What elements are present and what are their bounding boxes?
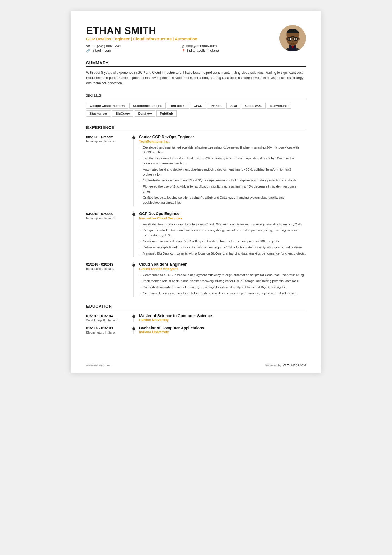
linkedin-value: linkedin.com — [92, 49, 111, 53]
exp-role: Senior GCP DevOps Engineer — [139, 135, 306, 139]
skill-tag: CI/CD — [190, 103, 206, 109]
resume-page: ETHAN SMITH GCP DevOps Engineer | Cloud … — [71, 11, 321, 373]
skill-tag: Python — [207, 103, 225, 109]
exp-left: 03/2018 - 07/2020 Indianapolis, Indiana — [86, 211, 133, 257]
phone-icon: ☎ — [86, 44, 90, 48]
bullet-item: Supported cross-departmental teams by pr… — [139, 285, 306, 290]
experience-item: 08/2020 - Present Indianapolis, Indiana … — [86, 135, 306, 206]
exp-date: 08/2020 - Present — [86, 135, 133, 139]
candidate-name: ETHAN SMITH — [86, 25, 271, 37]
edu-date: 01/2008 - 01/2011 — [86, 326, 133, 330]
exp-right: Senior GCP DevOps Engineer TechSolutions… — [133, 135, 306, 206]
location-contact: 📍 Indianapolis, Indiana — [182, 49, 271, 53]
footer-powered-by: Powered by Enhancv — [265, 363, 306, 367]
exp-left: 08/2020 - Present Indianapolis, Indiana — [86, 135, 133, 206]
summary-title: SUMMARY — [86, 60, 306, 67]
exp-date: 01/2015 - 02/2018 — [86, 263, 133, 267]
edu-left: 01/2012 - 01/2014 West Lafayette, Indian… — [86, 314, 133, 322]
exp-location: Indianapolis, Indiana — [86, 216, 133, 220]
edu-degree: Bachelor of Computer Applications — [139, 326, 306, 330]
email-icon: @ — [182, 44, 185, 48]
svg-point-16 — [289, 38, 290, 40]
bullet-item: Crafted bespoke logging solutions using … — [139, 195, 306, 205]
skill-tag: Networking — [267, 103, 291, 109]
skill-tag: Google Cloud Platform — [86, 103, 128, 109]
skill-tag: Terraform — [167, 103, 189, 109]
edu-right: Bachelor of Computer Applications Indian… — [133, 326, 306, 334]
experience-section: EXPERIENCE 08/2020 - Present Indianapoli… — [86, 125, 306, 297]
enhancv-logo: Enhancv — [283, 363, 306, 367]
phone-contact: ☎ +1-(234)-555-1234 — [86, 44, 176, 48]
summary-section: SUMMARY With over 8 years of experience … — [86, 60, 306, 86]
bullet-item: Configured firewall rules and VPC settin… — [139, 239, 306, 244]
edu-location: West Lafayette, Indiana — [86, 319, 133, 322]
phone-value: +1-(234)-555-1234 — [92, 44, 121, 48]
education-item: 01/2012 - 01/2014 West Lafayette, Indian… — [86, 314, 306, 322]
exp-company: TechSolutions Inc. — [139, 140, 306, 144]
location-icon: 📍 — [182, 49, 185, 53]
exp-location: Indianapolis, Indiana — [86, 267, 133, 270]
skills-section: SKILLS Google Cloud PlatformKubernetes E… — [86, 93, 306, 118]
exp-left: 01/2015 - 02/2018 Indianapolis, Indiana — [86, 262, 133, 297]
skill-tag: Pub/Sub — [156, 110, 177, 117]
svg-rect-7 — [287, 33, 299, 36]
experience-item: 01/2015 - 02/2018 Indianapolis, Indiana … — [86, 262, 306, 297]
skill-tag: BigQuery — [112, 110, 134, 117]
location-value: Indianapolis, Indiana — [187, 49, 219, 53]
footer-website: www.enhancv.com — [86, 364, 111, 367]
svg-point-19 — [292, 41, 294, 42]
enhancv-brand: Enhancv — [291, 363, 306, 367]
education-item: 01/2008 - 01/2011 Bloomington, Indiana B… — [86, 326, 306, 334]
avatar — [279, 25, 306, 51]
skills-title: SKILLS — [86, 93, 306, 99]
contact-grid: ☎ +1-(234)-555-1234 @ help@enhancv.com 🔗… — [86, 44, 271, 53]
exp-right: Cloud Solutions Engineer CloudFrontier A… — [133, 262, 306, 297]
skills-row: Google Cloud PlatformKubernetes EngineTe… — [86, 103, 306, 118]
exp-role: GCP DevOps Engineer — [139, 211, 306, 216]
skill-tag: Kubernetes Engine — [129, 103, 166, 109]
bullet-item: Designed cost-effective cloud solutions … — [139, 228, 306, 238]
email-value: help@enhancv.com — [186, 44, 217, 48]
skill-tag: Dataflow — [135, 110, 155, 117]
edu-degree: Master of Science in Computer Science — [139, 314, 306, 318]
bullet-item: Developed and maintained scalable infras… — [139, 145, 306, 155]
linkedin-icon: 🔗 — [86, 49, 90, 53]
education-title: EDUCATION — [86, 304, 306, 310]
email-contact: @ help@enhancv.com — [182, 44, 271, 48]
bullet-item: Delivered multiple Proof of Concept solu… — [139, 245, 306, 250]
bullet-item: Orchestrated multi-environment Cloud SQL… — [139, 178, 306, 183]
bullet-item: Customized monitoring dashboards for rea… — [139, 291, 306, 296]
exp-location: Indianapolis, Indiana — [86, 140, 133, 143]
edu-right: Master of Science in Computer Science Pu… — [133, 314, 306, 322]
header-section: ETHAN SMITH GCP DevOps Engineer | Cloud … — [86, 25, 306, 53]
exp-bullets: Developed and maintained scalable infras… — [139, 145, 306, 205]
experience-item: 03/2018 - 07/2020 Indianapolis, Indiana … — [86, 211, 306, 257]
exp-company: CloudFrontier Analytics — [139, 267, 306, 271]
experience-title: EXPERIENCE — [86, 125, 306, 131]
bullet-item: Contributed to a 25% increase in deploym… — [139, 273, 306, 278]
candidate-title: GCP DevOps Engineer | Cloud Infrastructu… — [86, 37, 271, 41]
edu-date: 01/2012 - 01/2014 — [86, 314, 133, 318]
edu-school: Purdue University — [139, 318, 306, 322]
skill-tag: Stackdriver — [86, 110, 111, 117]
summary-text: With over 8 years of experience in GCP a… — [86, 70, 306, 86]
linkedin-contact: 🔗 linkedin.com — [86, 49, 176, 53]
exp-role: Cloud Solutions Engineer — [139, 262, 306, 267]
svg-point-18 — [295, 38, 296, 40]
exp-company: Innovative Cloud Services — [139, 216, 306, 220]
exp-bullets: Facilitated team collaboration by integr… — [139, 222, 306, 256]
edu-left: 01/2008 - 01/2011 Bloomington, Indiana — [86, 326, 133, 334]
bullet-item: Led the migration of critical applicatio… — [139, 156, 306, 166]
exp-right: GCP DevOps Engineer Innovative Cloud Ser… — [133, 211, 306, 257]
education-section: EDUCATION 01/2012 - 01/2014 West Lafayet… — [86, 304, 306, 334]
skill-tag: Cloud SQL — [242, 103, 265, 109]
edu-school: Indiana University — [139, 330, 306, 334]
bullet-item: Implemented robust backup and disaster r… — [139, 279, 306, 284]
bullet-item: Facilitated team collaboration by integr… — [139, 222, 306, 227]
bullet-item: Pioneered the use of Stackdriver for app… — [139, 184, 306, 194]
powered-by-label: Powered by — [265, 364, 281, 367]
exp-date: 03/2018 - 07/2020 — [86, 212, 133, 216]
bullet-item: Managed Big Data components with a focus… — [139, 251, 306, 256]
bullet-item: Automated build and deployment pipelines… — [139, 167, 306, 177]
exp-bullets: Contributed to a 25% increase in deploym… — [139, 273, 306, 296]
